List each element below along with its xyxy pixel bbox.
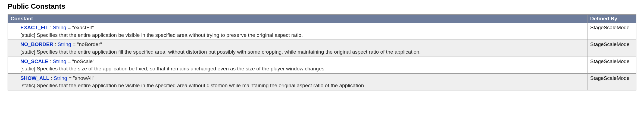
- signature-equals: =: [67, 75, 73, 81]
- type-link[interactable]: String: [54, 75, 67, 81]
- signature-separator: :: [48, 58, 53, 64]
- constant-name-link[interactable]: NO_SCALE: [20, 58, 48, 64]
- header-constant: Constant: [8, 15, 587, 23]
- table-row: NO_SCALE : String = "noScale" [static] S…: [8, 57, 636, 73]
- constant-name-link[interactable]: SHOW_ALL: [20, 75, 49, 81]
- type-link[interactable]: String: [58, 41, 71, 47]
- constant-cell: NO_BORDER : String = "noBorder" [static]…: [8, 40, 587, 57]
- constant-value: "exactFit": [72, 25, 94, 30]
- signature-equals: =: [71, 41, 77, 47]
- constant-value: "showAll": [73, 75, 95, 81]
- table-header-row: Constant Defined By: [8, 15, 636, 23]
- signature-equals: =: [66, 58, 72, 64]
- constant-name-link[interactable]: EXACT_FIT: [20, 25, 48, 30]
- constant-signature: SHOW_ALL : String = "showAll": [20, 75, 584, 82]
- constant-cell: NO_SCALE : String = "noScale" [static] S…: [8, 57, 587, 73]
- type-link[interactable]: String: [53, 25, 66, 30]
- constant-value: "noBorder": [77, 41, 102, 47]
- signature-separator: :: [48, 25, 53, 30]
- signature-equals: =: [66, 25, 72, 30]
- constant-description: [static] Specifies that the entire appli…: [20, 32, 584, 39]
- constant-name-link[interactable]: NO_BORDER: [20, 41, 53, 47]
- constant-signature: NO_BORDER : String = "noBorder": [20, 41, 584, 48]
- defined-by-cell: StageScaleMode: [587, 73, 636, 90]
- defined-by-cell: StageScaleMode: [587, 40, 636, 57]
- constant-cell: SHOW_ALL : String = "showAll" [static] S…: [8, 73, 587, 90]
- constant-signature: NO_SCALE : String = "noScale": [20, 58, 584, 65]
- section-title: Public Constants: [8, 2, 636, 11]
- constants-table: Constant Defined By EXACT_FIT : String =…: [8, 14, 636, 90]
- constant-value: "noScale": [72, 58, 95, 64]
- signature-separator: :: [49, 75, 54, 81]
- constant-description: [static] Specifies that the entire appli…: [20, 82, 584, 89]
- constant-description: [static] Specifies that the size of the …: [20, 65, 584, 72]
- header-defined-by: Defined By: [587, 15, 636, 23]
- table-row: NO_BORDER : String = "noBorder" [static]…: [8, 40, 636, 57]
- defined-by-cell: StageScaleMode: [587, 57, 636, 73]
- constant-cell: EXACT_FIT : String = "exactFit" [static]…: [8, 23, 587, 40]
- type-link[interactable]: String: [53, 58, 66, 64]
- table-row: EXACT_FIT : String = "exactFit" [static]…: [8, 23, 636, 40]
- signature-separator: :: [53, 41, 58, 47]
- table-row: SHOW_ALL : String = "showAll" [static] S…: [8, 73, 636, 90]
- defined-by-cell: StageScaleMode: [587, 23, 636, 40]
- constant-signature: EXACT_FIT : String = "exactFit": [20, 24, 584, 31]
- constant-description: [static] Specifies that the entire appli…: [20, 48, 584, 56]
